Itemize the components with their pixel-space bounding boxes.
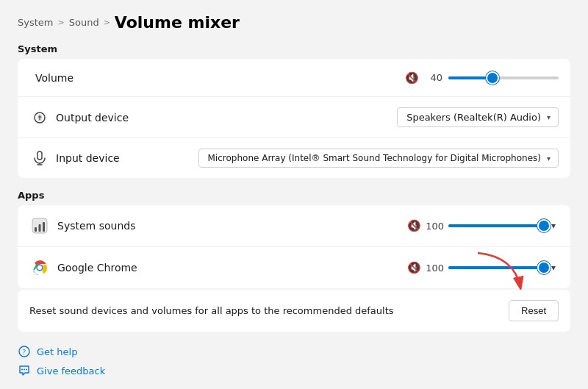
volume-slider-fill xyxy=(448,76,492,79)
get-help-link[interactable]: ? Get help xyxy=(18,345,570,358)
give-feedback-icon xyxy=(18,364,31,377)
output-device-label: Output device xyxy=(56,112,397,124)
chrome-volume: 100 xyxy=(426,263,444,274)
svg-rect-1 xyxy=(37,151,42,160)
volume-mute-icon[interactable]: 🔇 xyxy=(405,71,419,85)
give-feedback-link[interactable]: Give feedback xyxy=(18,364,570,377)
system-card: Volume 🔇 40 Output device xyxy=(18,59,570,178)
output-device-chev: ▾ xyxy=(547,113,551,121)
svg-point-14 xyxy=(24,369,25,371)
system-sounds-controls: 🔇 100 ▾ xyxy=(407,218,559,234)
system-sounds-expand[interactable]: ▾ xyxy=(548,218,559,234)
settings-page: System > Sound > Volume mixer System Vol… xyxy=(0,0,588,389)
breadcrumb-sep1: > xyxy=(57,18,64,27)
reset-row: Reset sound devices and volumes for all … xyxy=(18,290,570,332)
system-section-label: System xyxy=(18,43,570,54)
volume-value: 40 xyxy=(425,72,442,83)
input-device-icon xyxy=(29,151,50,165)
chrome-mute-icon[interactable]: 🔇 xyxy=(407,261,421,274)
output-device-control: Speakers (Realtek(R) Audio) ▾ xyxy=(397,107,559,127)
svg-text:?: ? xyxy=(23,348,26,356)
volume-control: 🔇 40 xyxy=(405,71,559,85)
input-device-control: Microphone Array (Intel® Smart Sound Tec… xyxy=(198,149,559,168)
system-sounds-slider-fill xyxy=(448,224,544,227)
svg-rect-3 xyxy=(35,227,37,232)
apps-section-label: Apps xyxy=(18,190,570,201)
output-device-row: Output device Speakers (Realtek(R) Audio… xyxy=(18,97,570,138)
chrome-row: Google Chrome 🔇 100 ▾ xyxy=(18,247,570,288)
chrome-name: Google Chrome xyxy=(57,262,407,274)
input-device-value: Microphone Array (Intel® Smart Sound Tec… xyxy=(208,153,541,163)
reset-description: Reset sound devices and volumes for all … xyxy=(29,305,509,316)
breadcrumb-sep2: > xyxy=(104,18,110,27)
svg-rect-4 xyxy=(39,224,41,232)
system-sounds-row: System sounds 🔇 100 ▾ xyxy=(18,205,570,247)
svg-point-15 xyxy=(26,369,27,371)
get-help-label: Get help xyxy=(37,346,77,357)
chrome-slider[interactable] xyxy=(448,266,544,269)
reset-container: Reset sound devices and volumes for all … xyxy=(18,290,570,332)
page-title: Volume mixer xyxy=(115,13,240,32)
volume-label: Volume xyxy=(35,72,405,84)
output-device-dropdown[interactable]: Speakers (Realtek(R) Audio) ▾ xyxy=(397,107,559,127)
chrome-slider-fill xyxy=(448,266,544,269)
input-device-dropdown[interactable]: Microphone Array (Intel® Smart Sound Tec… xyxy=(198,149,559,168)
chrome-controls: 🔇 100 ▾ xyxy=(407,260,559,276)
breadcrumb-sound[interactable]: Sound xyxy=(69,17,99,28)
volume-slider[interactable] xyxy=(448,76,559,79)
volume-slider-thumb[interactable] xyxy=(487,73,498,83)
chrome-expand[interactable]: ▾ xyxy=(548,260,559,276)
volume-row: Volume 🔇 40 xyxy=(18,59,570,97)
svg-point-9 xyxy=(37,265,42,270)
chrome-icon xyxy=(29,257,50,278)
breadcrumb: System > Sound > Volume mixer xyxy=(18,13,570,32)
svg-point-13 xyxy=(21,369,23,371)
apps-section: Apps System sounds 🔇 100 xyxy=(18,190,570,332)
system-sounds-slider-thumb[interactable] xyxy=(539,221,549,231)
input-device-row: Input device Microphone Array (Intel® Sm… xyxy=(18,138,570,178)
get-help-icon: ? xyxy=(18,345,31,358)
system-sounds-mute-icon[interactable]: 🔇 xyxy=(407,219,421,232)
svg-rect-5 xyxy=(43,222,45,232)
breadcrumb-system[interactable]: System xyxy=(18,17,53,28)
chrome-slider-thumb[interactable] xyxy=(539,263,549,273)
output-device-icon xyxy=(29,110,50,125)
input-device-chev: ▾ xyxy=(547,154,551,163)
system-sounds-name: System sounds xyxy=(57,220,407,232)
input-device-label: Input device xyxy=(56,152,198,164)
reset-button[interactable]: Reset xyxy=(509,300,559,321)
output-device-value: Speakers (Realtek(R) Audio) xyxy=(406,112,541,123)
system-sounds-icon xyxy=(29,215,50,236)
system-sounds-volume: 100 xyxy=(426,221,444,232)
apps-card: System sounds 🔇 100 ▾ xyxy=(18,205,570,288)
give-feedback-label: Give feedback xyxy=(37,365,105,376)
footer: ? Get help Give feedback xyxy=(18,345,570,377)
system-sounds-slider[interactable] xyxy=(448,224,544,227)
